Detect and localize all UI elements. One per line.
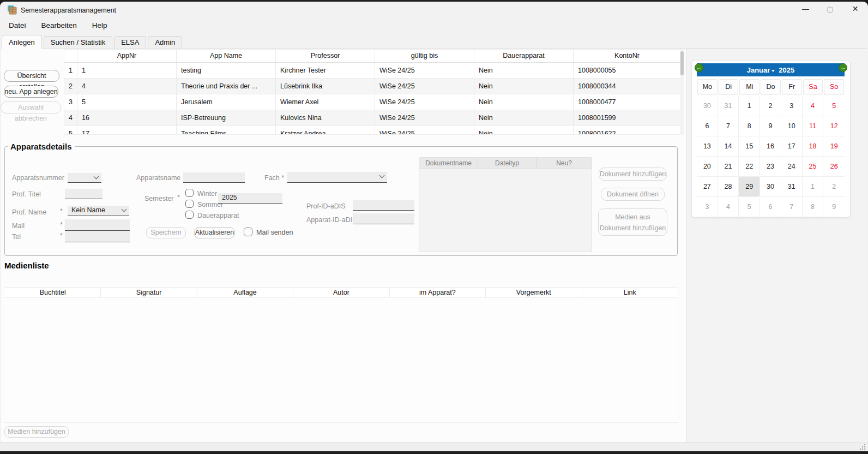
table-row[interactable]: 35JerusalemWiemer AxelWiSe 24/25Nein1008… [64,94,680,110]
calendar-day-12[interactable]: 12 [823,116,845,136]
tab-admin[interactable]: Admin [148,36,182,49]
weekday-mo: Mo [697,79,718,94]
calendar-day-3-adjacent[interactable]: 3 [697,197,718,217]
tab-suchen-statistik[interactable]: Suchen / Statistik [44,36,112,49]
calendar-day-20[interactable]: 20 [697,157,718,177]
calendar-day-5[interactable]: 5 [823,96,845,116]
calendar-day-6-adjacent[interactable]: 6 [760,197,781,217]
calendar-day-30[interactable]: 30 [760,177,781,197]
calendar: Januar 2025 ← → MoDiMiDoFrSaSo 303112345… [691,61,851,218]
mail-input[interactable] [65,219,130,231]
calendar-day-16[interactable]: 16 [760,136,781,157]
year-input[interactable]: 2025 [218,193,282,204]
previous-month-button[interactable]: ← [695,63,703,72]
apps-table-scrollbar[interactable] [680,49,684,135]
apparat-id-adis-input[interactable] [353,213,414,224]
chevron-down-icon [771,70,775,74]
calendar-day-27[interactable]: 27 [697,177,718,197]
calendar-day-31[interactable]: 31 [781,177,803,197]
fach-dropdown[interactable] [287,172,387,183]
calendar-day-10[interactable]: 10 [781,116,803,136]
weekday-mi: Mi [739,79,760,94]
calendar-day-30-adjacent[interactable]: 30 [697,96,718,116]
tel-input[interactable] [65,231,130,242]
bersicht-erstellen-button[interactable]: Übersicht erstellen [4,70,59,82]
prof-titel-input[interactable] [65,189,103,199]
aktualisieren-button[interactable]: Aktualisieren [194,227,235,238]
calendar-day-22[interactable]: 22 [739,157,760,177]
apps-table-body: 11testingKirchner TesterWiSe 24/25Nein10… [64,63,680,135]
calendar-day-7[interactable]: 7 [718,116,739,136]
calendar-day-4[interactable]: 4 [803,96,824,116]
sommer-radio[interactable] [185,200,194,208]
row-number: 1 [64,63,77,78]
minimize-button[interactable]: — [793,2,818,16]
calendar-day-5-adjacent[interactable]: 5 [739,197,760,217]
media-column-header-vorgemerkt: Vorgemerkt [485,288,581,297]
next-month-button[interactable]: → [839,63,847,72]
media-column-header-signatur: Signatur [100,288,196,297]
media-column-header-im-apparat: im Apparat? [389,288,485,297]
mail-senden-radio[interactable] [244,228,252,236]
table-row[interactable]: 416ISP-BetreuungKulovics NinaWiSe 24/25N… [64,110,680,126]
calendar-day-31-adjacent[interactable]: 31 [718,96,739,116]
calendar-day-11[interactable]: 11 [803,116,824,136]
cell-kontonr: 1008000477 [573,94,680,110]
calendar-day-21[interactable]: 21 [718,157,739,177]
menu-item-datei[interactable]: Datei [1,18,34,33]
calendar-year[interactable]: 2025 [779,66,794,74]
resize-grip-icon[interactable] [859,444,866,450]
calendar-day-13[interactable]: 13 [697,136,718,157]
calendar-day-1[interactable]: 1 [739,96,760,116]
calendar-day-17[interactable]: 17 [781,136,803,157]
calendar-day-8-adjacent[interactable]: 8 [803,197,824,217]
calendar-day-1-adjacent[interactable]: 1 [803,177,824,197]
calendar-day-8[interactable]: 8 [739,116,760,136]
close-button[interactable]: ✕ [842,2,868,16]
calendar-day-18[interactable]: 18 [803,136,824,157]
menu-item-bearbeiten[interactable]: Bearbeiten [34,18,85,33]
dokument-hinzufuegen-button: Dokument hinzufügen [599,168,667,181]
calendar-day-2-adjacent[interactable]: 2 [823,177,845,197]
weekday-so: So [824,79,844,94]
calendar-day-26[interactable]: 26 [823,157,845,177]
prof-titel-label: Prof. Titel [12,190,41,198]
tab-anlegen[interactable]: Anlegen [2,35,42,49]
calendar-day-23[interactable]: 23 [760,157,781,177]
cell-g-ltig-bis: WiSe 24/25 [375,63,474,78]
calendar-day-4-adjacent[interactable]: 4 [718,197,739,217]
menu-item-help[interactable]: Help [85,18,115,33]
table-row[interactable]: 517Teaching FilmsKratzer AndreaWiSe 24/2… [64,126,680,135]
calendar-day-14[interactable]: 14 [718,136,739,157]
calendar-day-9-adjacent[interactable]: 9 [823,197,845,217]
calendar-day-3[interactable]: 3 [781,96,803,116]
prof-name-dropdown[interactable]: Kein Name [68,206,129,216]
calendar-day-24[interactable]: 24 [781,157,803,177]
prof-id-adis-input[interactable] [353,200,414,211]
scrollbar-thumb[interactable] [680,51,684,75]
calendar-day-9[interactable]: 9 [760,116,781,136]
tel-required-mark: * [60,232,63,240]
minimize-icon: — [802,5,809,13]
apparatsnummer-dropdown[interactable] [68,173,101,183]
neu-app-anlegen-button[interactable]: neu. App anlegen [4,86,58,98]
maximize-button[interactable]: ▢ [818,2,842,16]
dauerapparat-radio[interactable] [185,211,194,219]
table-row[interactable]: 11testingKirchner TesterWiSe 24/25Nein10… [64,63,680,79]
tab-elsa[interactable]: ELSA [114,36,146,49]
calendar-day-2[interactable]: 2 [760,96,781,116]
medien-aus-dokument-button: Medien aus Dokument hinzufügen [598,208,667,236]
calendar-day-15[interactable]: 15 [739,136,760,157]
calendar-day-29[interactable]: 29 [739,177,760,197]
tel-label: Tel [12,233,21,241]
calendar-day-7-adjacent[interactable]: 7 [781,197,803,217]
calendar-day-25[interactable]: 25 [803,157,824,177]
calendar-day-19[interactable]: 19 [823,136,845,157]
calendar-day-28[interactable]: 28 [718,177,739,197]
calendar-month[interactable]: Januar [747,66,770,74]
calendar-day-6[interactable]: 6 [697,116,718,136]
table-row[interactable]: 24Theorie und Praxis der ...Lüsebrink Il… [64,79,680,94]
winter-radio[interactable] [185,189,194,197]
apparatsname-input[interactable] [183,172,245,183]
chevron-down-icon [94,174,99,180]
